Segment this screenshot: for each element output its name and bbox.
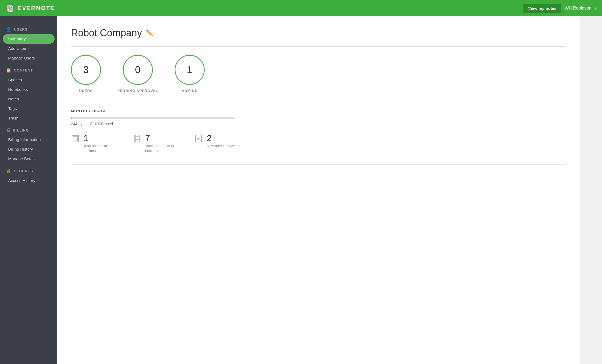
sidebar-item-notes[interactable]: Notes [0,94,57,104]
user-menu-chevron[interactable]: ▾ [595,6,597,10]
monthly-usage-title: MONTHLY USAGE [71,109,567,113]
page-title-row: Robot Company ✏️ [71,27,567,39]
stat-admins-value: 1 [187,64,192,76]
top-navigation: 🐘 EVERNOTE View my notes Will Robinson ▾ [0,0,602,16]
usage-bar-background [71,117,235,119]
user-name-display: Will Robinson [565,6,591,11]
sidebar-item-manage-users[interactable]: Manage Users [0,53,57,63]
users-section-icon: 👤 [6,27,12,32]
stat-admins-circle: 1 [175,55,205,85]
billing-section-icon: 🖨 [6,128,11,133]
stat-admins-label: ADMINS [182,89,197,93]
sidebar-section-security: 🔒 SECURITY [0,163,57,176]
svg-rect-6 [73,136,78,141]
app-logo: 🐘 [5,4,15,13]
sidebar-section-security-label: SECURITY [14,169,34,173]
usage-text: 244 bytes of 10 GB used [71,122,567,126]
sidebar: 👤 USERS Summary Add Users Manage Users 📋… [0,16,57,364]
spaces-stat-info: 1 Total spaces in business [84,134,116,153]
notes-stat-label: New notes this week [207,144,239,148]
usage-bar-fill [71,117,71,119]
app-name: EVERNOTE [17,5,55,12]
right-column [580,16,602,364]
edit-company-icon[interactable]: ✏️ [146,29,153,37]
topnav-left: 🐘 EVERNOTE [5,4,55,13]
svg-text:🐘: 🐘 [6,4,15,13]
topnav-right: View my notes Will Robinson ▾ [523,4,597,13]
sidebar-item-notebooks[interactable]: Notebooks [0,85,57,94]
stat-users-circle: 3 [71,55,101,85]
notebooks-stat-value: 7 [145,134,178,142]
bottom-stat-spaces: 1 Total spaces in business [71,134,116,153]
company-name: Robot Company [71,27,142,39]
divider-bottom [71,164,567,165]
notebooks-stat-info: 7 Total notebooks in business [145,134,178,153]
stat-pending-value: 0 [135,64,141,76]
sidebar-item-summary[interactable]: Summary [3,34,55,44]
notes-stat-icon [194,134,203,145]
sidebar-item-manage-betas[interactable]: Manage Betas [0,154,57,163]
sidebar-section-users-label: USERS [14,27,28,31]
notebooks-stat-icon [133,134,141,145]
stats-row: 3 USERS 0 PENDING APPROVAL 1 ADMINS [71,55,567,93]
svg-rect-8 [134,135,135,142]
stat-pending-label: PENDING APPROVAL [117,89,158,93]
stat-admins: 1 ADMINS [175,55,205,93]
sidebar-item-access-history[interactable]: Access History [0,176,57,185]
stat-pending: 0 PENDING APPROVAL [117,55,158,93]
sidebar-item-tags[interactable]: Tags [0,104,57,113]
notes-stat-info: 2 New notes this week [207,134,239,148]
content-section-icon: 📋 [6,68,12,73]
sidebar-section-users: 👤 USERS [0,22,57,34]
spaces-stat-label: Total spaces in business [84,144,116,153]
sidebar-item-billing-information[interactable]: Billing Information [0,135,57,144]
main-content: Robot Company ✏️ 3 USERS 0 PENDING APPRO… [57,16,580,364]
svg-rect-7 [134,135,140,142]
view-notes-button[interactable]: View my notes [523,4,561,13]
divider-top [71,46,567,47]
main-layout: 👤 USERS Summary Add Users Manage Users 📋… [0,16,602,364]
stat-users-value: 3 [83,64,89,76]
stat-users-label: USERS [79,89,93,93]
sidebar-item-trash[interactable]: Trash [0,113,57,123]
sidebar-item-spaces[interactable]: Spaces [0,75,57,85]
svg-rect-12 [196,135,202,142]
sidebar-section-billing: 🖨 BILLING [0,123,57,135]
divider-middle [71,101,567,101]
sidebar-section-content-label: CONTENT [14,68,33,72]
stat-users: 3 USERS [71,55,101,93]
monthly-usage-section: MONTHLY USAGE 244 bytes of 10 GB used 1 [71,109,567,153]
security-section-icon: 🔒 [6,168,12,174]
sidebar-item-add-users[interactable]: Add Users [0,44,57,53]
sidebar-item-billing-history[interactable]: Billing History [0,144,57,154]
bottom-stats-row: 1 Total spaces in business [71,134,567,153]
spaces-stat-value: 1 [84,134,116,142]
bottom-stat-notes: 2 New notes this week [194,134,239,148]
notes-stat-value: 2 [207,134,239,142]
sidebar-section-billing-label: BILLING [13,128,29,132]
notebooks-stat-label: Total notebooks in business [145,144,178,153]
bottom-stat-notebooks: 7 Total notebooks in business [133,134,178,153]
stat-pending-circle: 0 [123,55,153,85]
spaces-stat-icon [71,134,80,145]
sidebar-section-content: 📋 CONTENT [0,63,57,75]
